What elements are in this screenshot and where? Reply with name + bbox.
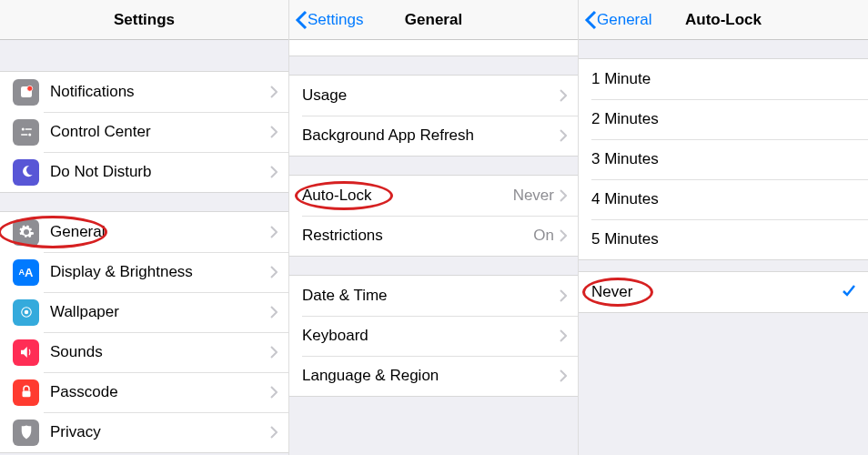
nav-title: Settings (0, 11, 288, 29)
row-label: Language & Region (302, 367, 560, 385)
row-label: Passcode (50, 383, 270, 401)
row-value: Never (513, 187, 554, 205)
chevron-right-icon (560, 329, 567, 342)
chevron-right-icon (270, 226, 278, 238)
navbar: General Auto-Lock (579, 0, 868, 40)
row-label: 1 Minute (591, 70, 857, 88)
row-label: Privacy (50, 423, 270, 441)
svg-point-2 (21, 128, 24, 131)
general-group-2: Auto-Lock Never Restrictions On (289, 175, 578, 257)
row-control-center[interactable]: Control Center (0, 112, 288, 152)
chevron-right-icon (560, 129, 567, 142)
back-label: General (597, 11, 651, 29)
row-sounds[interactable]: Sounds (0, 332, 288, 372)
row-label: 3 Minutes (591, 150, 857, 168)
row-general[interactable]: General (0, 212, 288, 252)
row-label: General (50, 223, 270, 241)
general-group-3: Date & Time Keyboard Language & Region (289, 275, 578, 397)
svg-point-7 (24, 310, 28, 315)
row-do-not-disturb[interactable]: Do Not Disturb (0, 152, 288, 192)
general-screen: Settings General Usage Background App Re… (289, 0, 579, 455)
row-language-region[interactable]: Language & Region (289, 356, 578, 396)
settings-group-1: Notifications Control Center Do Not Dist… (0, 71, 288, 193)
back-label: Settings (308, 11, 363, 29)
back-button[interactable]: Settings (289, 10, 363, 30)
row-label: Wallpaper (50, 303, 270, 321)
row-wallpaper[interactable]: Wallpaper (0, 292, 288, 332)
svg-rect-8 (22, 391, 30, 398)
row-value: On (533, 227, 554, 245)
row-label: 2 Minutes (591, 110, 857, 128)
row-label: Auto-Lock (302, 187, 513, 205)
row-label: Notifications (50, 83, 270, 101)
checkmark-icon (841, 282, 857, 302)
autolock-never-group: Never (579, 271, 868, 313)
sounds-icon (13, 339, 39, 366)
option-3-minutes[interactable]: 3 Minutes (579, 139, 868, 179)
option-never[interactable]: Never (579, 272, 868, 312)
option-5-minutes[interactable]: 5 Minutes (579, 219, 868, 259)
row-label: Restrictions (302, 227, 533, 245)
row-notifications[interactable]: Notifications (0, 72, 288, 112)
privacy-icon (13, 420, 39, 446)
gear-icon (13, 219, 39, 246)
svg-rect-5 (21, 134, 28, 136)
chevron-right-icon (560, 89, 567, 102)
settings-screen: Settings Notifications Control Center (0, 0, 289, 455)
navbar: Settings General (289, 0, 578, 40)
row-label: Sounds (50, 343, 270, 361)
svg-point-4 (28, 134, 31, 136)
chevron-right-icon (270, 166, 278, 178)
chevron-right-icon (560, 369, 567, 382)
control-center-icon (13, 119, 39, 146)
notifications-icon (13, 79, 39, 106)
passcode-icon (13, 379, 39, 406)
chevron-right-icon (270, 86, 278, 98)
autolock-options-group: 1 Minute 2 Minutes 3 Minutes 4 Minutes 5… (579, 58, 868, 260)
autolock-screen: General Auto-Lock 1 Minute 2 Minutes 3 M… (579, 0, 868, 455)
row-label: Keyboard (302, 327, 560, 345)
row-keyboard[interactable]: Keyboard (289, 316, 578, 356)
chevron-right-icon (270, 346, 278, 359)
row-auto-lock[interactable]: Auto-Lock Never (289, 176, 578, 216)
navbar: Settings (0, 0, 288, 40)
chevron-right-icon (270, 426, 278, 439)
chevron-right-icon (560, 229, 567, 242)
chevron-right-icon (270, 266, 278, 278)
row-usage[interactable]: Usage (289, 76, 578, 116)
row-date-time[interactable]: Date & Time (289, 276, 578, 316)
row-passcode[interactable]: Passcode (0, 372, 288, 412)
row-label: Background App Refresh (302, 126, 560, 145)
row-label: Date & Time (302, 287, 560, 305)
svg-rect-3 (25, 128, 32, 130)
option-2-minutes[interactable]: 2 Minutes (579, 99, 868, 139)
chevron-right-icon (270, 306, 278, 318)
partial-row (289, 40, 578, 56)
row-label: 4 Minutes (591, 190, 857, 208)
general-group-1: Usage Background App Refresh (289, 75, 578, 157)
row-label: Never (591, 283, 841, 301)
row-privacy[interactable]: Privacy (0, 412, 288, 452)
dnd-icon (13, 159, 39, 186)
row-restrictions[interactable]: Restrictions On (289, 216, 578, 256)
back-button[interactable]: General (579, 10, 651, 30)
svg-point-1 (26, 86, 32, 91)
row-background-app-refresh[interactable]: Background App Refresh (289, 116, 578, 156)
row-label: 5 Minutes (591, 230, 857, 248)
chevron-right-icon (560, 289, 567, 302)
chevron-right-icon (270, 126, 278, 138)
row-label: Do Not Disturb (50, 163, 270, 181)
chevron-right-icon (560, 189, 567, 202)
row-display-brightness[interactable]: AA Display & Brightness (0, 252, 288, 292)
row-label: Usage (302, 86, 560, 105)
settings-group-2: General AA Display & Brightness Wallpape… (0, 211, 288, 453)
chevron-right-icon (270, 386, 278, 399)
option-1-minute[interactable]: 1 Minute (579, 59, 868, 99)
row-label: Display & Brightness (50, 263, 270, 281)
display-icon: AA (13, 259, 39, 286)
option-4-minutes[interactable]: 4 Minutes (579, 179, 868, 219)
wallpaper-icon (13, 299, 39, 326)
row-label: Control Center (50, 123, 270, 141)
